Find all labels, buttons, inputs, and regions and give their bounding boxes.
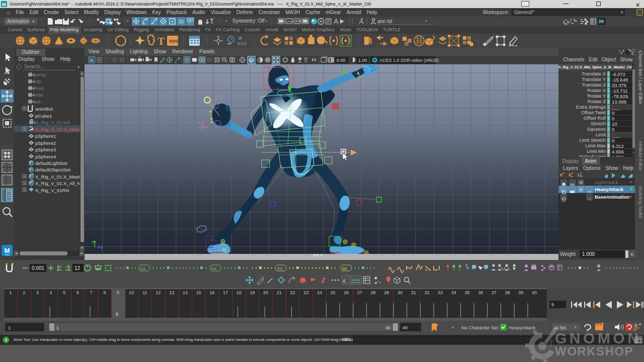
svg-text:28: 28 xyxy=(371,290,376,295)
svg-text:X_Rig_V_01:X_Master_Set: X_Rig_V_01:X_Master_Set xyxy=(35,174,80,179)
svg-text:7: 7 xyxy=(90,290,93,295)
svg-text:THE: THE xyxy=(549,339,553,347)
svg-text:21: 21 xyxy=(277,290,282,295)
svg-text:39: 39 xyxy=(518,290,523,295)
svg-text:▾: ▾ xyxy=(452,325,454,329)
svg-text:X_Rig_V_01:X_Main: X_Rig_V_01:X_Main xyxy=(35,127,79,132)
svg-text:y: y xyxy=(92,239,94,244)
svg-text:+: + xyxy=(571,171,573,175)
svg-text:6: 6 xyxy=(76,290,79,295)
svg-text:No Character Set: No Character Set xyxy=(461,325,499,330)
svg-text:4: 4 xyxy=(50,290,52,295)
svg-text:M: M xyxy=(2,2,6,7)
svg-text:35: 35 xyxy=(464,290,469,295)
svg-text:top: top xyxy=(34,78,41,84)
svg-text:20: 20 xyxy=(263,290,268,295)
svg-text:pSphere1: pSphere1 xyxy=(35,133,56,139)
svg-text:24: 24 xyxy=(317,290,322,295)
svg-text:left: left xyxy=(34,99,41,105)
svg-text:15: 15 xyxy=(196,290,201,295)
svg-text:0.001: 0.001 xyxy=(32,265,44,271)
svg-text:persp: persp xyxy=(34,72,46,77)
svg-text:0,0,0: 0,0,0 xyxy=(237,41,247,46)
svg-text:pSphere4: pSphere4 xyxy=(35,154,56,159)
svg-text:IPR: IPR xyxy=(295,20,301,23)
svg-text:17: 17 xyxy=(223,290,228,295)
svg-text:1: 1 xyxy=(8,325,11,330)
svg-text:BE: BE xyxy=(342,266,348,271)
svg-text:18: 18 xyxy=(236,290,242,295)
svg-text:defaultLightSet: defaultLightSet xyxy=(35,160,67,166)
svg-text:36: 36 xyxy=(478,290,483,295)
svg-text:defaultObjectSet: defaultObjectSet xyxy=(35,167,71,172)
svg-text:13: 13 xyxy=(169,290,174,295)
svg-text:animBot: animBot xyxy=(35,106,53,112)
svg-text:23: 23 xyxy=(303,290,308,295)
svg-text:1: 1 xyxy=(56,325,59,330)
svg-text:1: 1 xyxy=(9,290,12,295)
svg-text:+: + xyxy=(580,171,582,175)
svg-text:5: 5 xyxy=(63,290,65,295)
svg-text:+: + xyxy=(562,171,565,175)
svg-text:left X: left X xyxy=(313,253,323,257)
svg-text:9: 9 xyxy=(117,290,119,295)
svg-text:BA: BA xyxy=(211,266,217,271)
svg-text:9: 9 xyxy=(116,312,118,317)
svg-text:9: 9 xyxy=(551,302,554,307)
svg-text:EA: EA xyxy=(140,266,146,271)
svg-text:12: 12 xyxy=(156,290,161,295)
svg-text:1: 1 xyxy=(465,263,468,267)
svg-text:16: 16 xyxy=(209,290,214,295)
svg-text:X_Rig_V_01RN: X_Rig_V_01RN xyxy=(35,188,69,193)
svg-text:40: 40 xyxy=(403,325,408,330)
svg-text:8: 8 xyxy=(103,290,106,295)
svg-text:side: side xyxy=(34,92,43,98)
svg-text:TH: TH xyxy=(277,266,282,271)
svg-text:pCube1: pCube1 xyxy=(35,113,52,119)
svg-text:x: x xyxy=(101,245,103,250)
svg-text:AVA: AVA xyxy=(5,253,9,256)
svg-text:0.00: 0.00 xyxy=(337,58,346,63)
svg-text:26: 26 xyxy=(344,290,349,295)
svg-text:12: 12 xyxy=(74,265,80,271)
svg-text:⟳: ⟳ xyxy=(238,36,242,41)
svg-text:T: T xyxy=(157,35,165,47)
svg-text:A: A xyxy=(90,58,94,63)
svg-text:+: + xyxy=(436,323,438,327)
svg-text:pSphere3: pSphere3 xyxy=(35,147,56,152)
svg-text:34: 34 xyxy=(451,290,456,295)
svg-text:40: 40 xyxy=(532,290,537,295)
svg-text:WORKSHOP: WORKSHOP xyxy=(555,344,633,358)
svg-text:1.00: 1.00 xyxy=(358,58,367,63)
svg-text:37: 37 xyxy=(492,290,497,295)
svg-text:10: 10 xyxy=(129,290,134,295)
svg-text:2: 2 xyxy=(23,290,25,295)
svg-text:?: ? xyxy=(5,338,8,343)
svg-text:19: 19 xyxy=(250,290,255,295)
svg-text:SVG: SVG xyxy=(169,39,179,44)
svg-text:front: front xyxy=(34,85,44,91)
svg-text:22: 22 xyxy=(290,290,295,295)
svg-text:pSphere2: pSphere2 xyxy=(35,140,56,146)
svg-text:ε: ε xyxy=(343,278,346,284)
svg-text:11: 11 xyxy=(142,290,147,295)
svg-text:?: ? xyxy=(188,21,191,25)
svg-text:29: 29 xyxy=(384,290,389,295)
svg-text:31: 31 xyxy=(411,290,416,295)
svg-text:25: 25 xyxy=(331,290,336,295)
svg-text:32: 32 xyxy=(424,290,429,295)
svg-text:40: 40 xyxy=(385,325,390,330)
svg-text:27: 27 xyxy=(357,290,362,295)
svg-text:30: 30 xyxy=(397,290,403,295)
svg-text:X_Rig_V_01:X_All_Nodes_Co: X_Rig_V_01:X_All_Nodes_Co xyxy=(35,180,80,186)
svg-text:3: 3 xyxy=(36,290,39,295)
svg-text:38: 38 xyxy=(505,290,510,295)
svg-text:33: 33 xyxy=(438,290,443,295)
svg-text:14: 14 xyxy=(183,290,188,295)
svg-text:▾: ▾ xyxy=(430,59,432,62)
svg-text:X_Rig_V_01:left: X_Rig_V_01:left xyxy=(35,120,70,125)
